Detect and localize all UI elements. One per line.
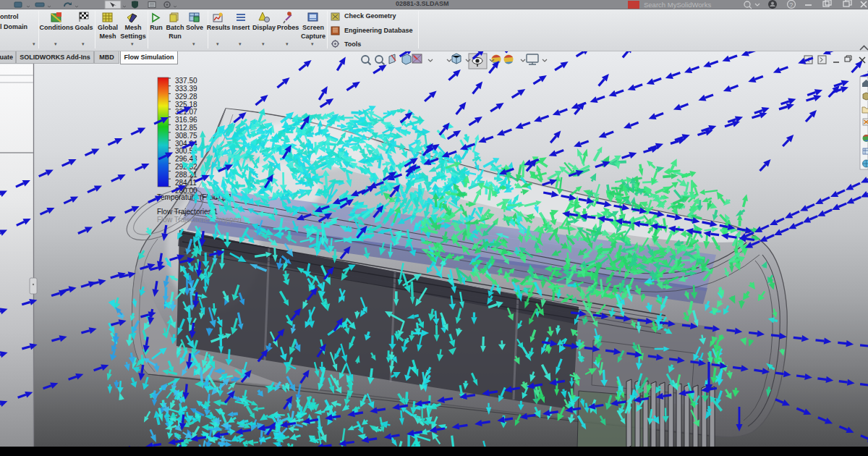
svg-text:308.75: 308.75 <box>175 132 197 140</box>
svg-text:?: ? <box>790 1 793 9</box>
svg-text:Search MySolidWorks: Search MySolidWorks <box>644 1 712 9</box>
svg-text:312.85: 312.85 <box>175 124 197 132</box>
svg-text:316.96: 316.96 <box>175 116 197 124</box>
svg-text:Flow Trajectories Cropped: Flow Trajectories Cropped <box>157 216 242 224</box>
svg-text:333.39: 333.39 <box>175 85 197 93</box>
svg-text:284.11: 284.11 <box>175 179 197 187</box>
svg-text:329.28: 329.28 <box>175 93 197 101</box>
svg-text:Flow Trajectories 1: Flow Trajectories 1 <box>157 208 218 216</box>
svg-text:337.50: 337.50 <box>175 77 197 85</box>
svg-text:02881-3.SLDASM: 02881-3.SLDASM <box>396 0 449 7</box>
